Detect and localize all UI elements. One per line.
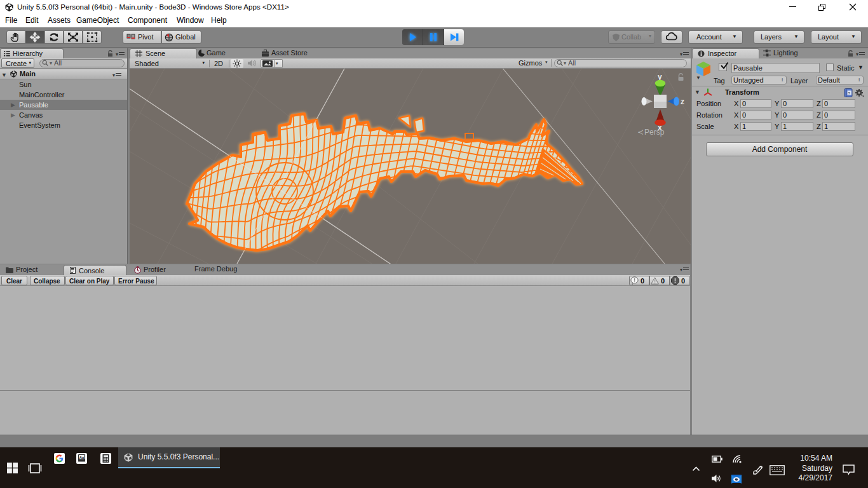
svg-text:Aa: Aa [79,456,85,459]
svg-text:z: z [681,97,684,106]
